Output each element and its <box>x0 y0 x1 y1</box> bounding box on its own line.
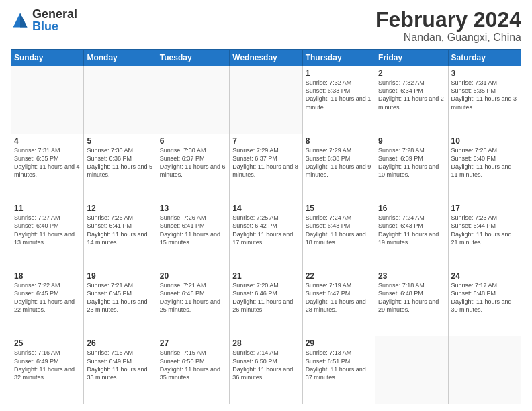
calendar-cell <box>157 66 229 134</box>
calendar-week-row: 4Sunrise: 7:31 AMSunset: 6:35 PMDaylight… <box>11 134 521 201</box>
calendar-cell: 9Sunrise: 7:28 AMSunset: 6:39 PMDaylight… <box>375 134 448 201</box>
page: General Blue February 2024 Nandan, Guang… <box>0 0 532 411</box>
calendar-cell: 28Sunrise: 7:14 AMSunset: 6:50 PMDayligh… <box>230 336 302 404</box>
day-number: 7 <box>232 136 299 146</box>
calendar-week-row: 11Sunrise: 7:27 AMSunset: 6:40 PMDayligh… <box>11 201 521 269</box>
calendar-cell <box>375 336 448 404</box>
day-info: Sunrise: 7:31 AMSunset: 6:35 PMDaylight:… <box>451 79 518 111</box>
calendar-cell: 20Sunrise: 7:21 AMSunset: 6:46 PMDayligh… <box>157 269 229 336</box>
day-info: Sunrise: 7:17 AMSunset: 6:48 PMDaylight:… <box>451 281 518 314</box>
logo-icon <box>11 11 30 30</box>
calendar-header-row: Sunday Monday Tuesday Wednesday Thursday… <box>11 50 521 66</box>
calendar-week-row: 25Sunrise: 7:16 AMSunset: 6:49 PMDayligh… <box>11 336 521 404</box>
day-number: 29 <box>306 338 372 348</box>
col-wednesday: Wednesday <box>230 50 302 66</box>
day-info: Sunrise: 7:16 AMSunset: 6:49 PMDaylight:… <box>87 349 153 381</box>
col-tuesday: Tuesday <box>157 50 229 66</box>
day-number: 8 <box>306 136 372 146</box>
day-info: Sunrise: 7:15 AMSunset: 6:50 PMDaylight:… <box>160 349 226 381</box>
day-number: 19 <box>87 271 153 281</box>
day-info: Sunrise: 7:21 AMSunset: 6:45 PMDaylight:… <box>87 281 153 314</box>
logo: General Blue <box>11 8 77 32</box>
day-number: 2 <box>378 68 445 78</box>
calendar-week-row: 18Sunrise: 7:22 AMSunset: 6:45 PMDayligh… <box>11 269 521 336</box>
logo-text: General Blue <box>32 8 77 32</box>
day-number: 3 <box>451 68 518 78</box>
calendar-cell: 4Sunrise: 7:31 AMSunset: 6:35 PMDaylight… <box>11 134 84 201</box>
day-info: Sunrise: 7:29 AMSunset: 6:38 PMDaylight:… <box>306 146 372 179</box>
day-info: Sunrise: 7:30 AMSunset: 6:36 PMDaylight:… <box>87 146 153 179</box>
day-info: Sunrise: 7:26 AMSunset: 6:41 PMDaylight:… <box>87 214 153 246</box>
day-number: 5 <box>87 136 153 146</box>
day-number: 4 <box>14 136 81 146</box>
calendar-week-row: 1Sunrise: 7:32 AMSunset: 6:33 PMDaylight… <box>11 66 521 134</box>
day-info: Sunrise: 7:30 AMSunset: 6:37 PMDaylight:… <box>160 146 226 179</box>
day-info: Sunrise: 7:28 AMSunset: 6:40 PMDaylight:… <box>451 146 518 179</box>
calendar-cell: 10Sunrise: 7:28 AMSunset: 6:40 PMDayligh… <box>448 134 521 201</box>
calendar-cell <box>230 66 302 134</box>
calendar-cell: 7Sunrise: 7:29 AMSunset: 6:37 PMDaylight… <box>230 134 302 201</box>
col-friday: Friday <box>375 50 448 66</box>
day-number: 28 <box>232 338 299 348</box>
day-info: Sunrise: 7:32 AMSunset: 6:34 PMDaylight:… <box>378 79 445 111</box>
day-number: 15 <box>306 203 372 213</box>
svg-marker-1 <box>20 13 28 28</box>
calendar-cell <box>84 66 157 134</box>
calendar-cell: 17Sunrise: 7:23 AMSunset: 6:44 PMDayligh… <box>448 201 521 269</box>
calendar-cell <box>11 66 84 134</box>
day-number: 6 <box>160 136 226 146</box>
logo-blue-text: Blue <box>32 20 77 32</box>
calendar-cell: 15Sunrise: 7:24 AMSunset: 6:43 PMDayligh… <box>302 201 375 269</box>
logo-general-text: General <box>32 8 77 20</box>
day-number: 26 <box>87 338 153 348</box>
day-info: Sunrise: 7:26 AMSunset: 6:41 PMDaylight:… <box>160 214 226 246</box>
calendar-cell: 16Sunrise: 7:24 AMSunset: 6:43 PMDayligh… <box>375 201 448 269</box>
calendar-cell: 29Sunrise: 7:13 AMSunset: 6:51 PMDayligh… <box>302 336 375 404</box>
header: General Blue February 2024 Nandan, Guang… <box>11 8 521 44</box>
calendar-cell: 5Sunrise: 7:30 AMSunset: 6:36 PMDaylight… <box>84 134 157 201</box>
day-number: 13 <box>160 203 226 213</box>
location-title: Nandan, Guangxi, China <box>375 32 521 44</box>
day-number: 23 <box>378 271 445 281</box>
day-number: 20 <box>160 271 226 281</box>
day-info: Sunrise: 7:22 AMSunset: 6:45 PMDaylight:… <box>14 281 81 314</box>
day-number: 9 <box>378 136 445 146</box>
day-number: 11 <box>14 203 81 213</box>
calendar-cell: 19Sunrise: 7:21 AMSunset: 6:45 PMDayligh… <box>84 269 157 336</box>
calendar-cell: 23Sunrise: 7:18 AMSunset: 6:48 PMDayligh… <box>375 269 448 336</box>
calendar-cell: 18Sunrise: 7:22 AMSunset: 6:45 PMDayligh… <box>11 269 84 336</box>
day-number: 17 <box>451 203 518 213</box>
day-number: 16 <box>378 203 445 213</box>
day-info: Sunrise: 7:18 AMSunset: 6:48 PMDaylight:… <box>378 281 445 314</box>
title-block: February 2024 Nandan, Guangxi, China <box>375 8 521 44</box>
day-info: Sunrise: 7:29 AMSunset: 6:37 PMDaylight:… <box>232 146 299 179</box>
day-number: 25 <box>14 338 81 348</box>
calendar-cell: 11Sunrise: 7:27 AMSunset: 6:40 PMDayligh… <box>11 201 84 269</box>
day-info: Sunrise: 7:21 AMSunset: 6:46 PMDaylight:… <box>160 281 226 314</box>
day-info: Sunrise: 7:31 AMSunset: 6:35 PMDaylight:… <box>14 146 81 179</box>
day-number: 21 <box>232 271 299 281</box>
day-number: 10 <box>451 136 518 146</box>
calendar-cell: 1Sunrise: 7:32 AMSunset: 6:33 PMDaylight… <box>302 66 375 134</box>
col-saturday: Saturday <box>448 50 521 66</box>
calendar-cell: 22Sunrise: 7:19 AMSunset: 6:47 PMDayligh… <box>302 269 375 336</box>
day-number: 27 <box>160 338 226 348</box>
day-number: 18 <box>14 271 81 281</box>
day-number: 14 <box>232 203 299 213</box>
calendar-cell: 13Sunrise: 7:26 AMSunset: 6:41 PMDayligh… <box>157 201 229 269</box>
day-info: Sunrise: 7:32 AMSunset: 6:33 PMDaylight:… <box>306 79 372 111</box>
calendar-table: Sunday Monday Tuesday Wednesday Thursday… <box>11 49 521 404</box>
day-info: Sunrise: 7:23 AMSunset: 6:44 PMDaylight:… <box>451 214 518 246</box>
calendar-cell: 2Sunrise: 7:32 AMSunset: 6:34 PMDaylight… <box>375 66 448 134</box>
day-number: 12 <box>87 203 153 213</box>
calendar-cell <box>448 336 521 404</box>
day-info: Sunrise: 7:19 AMSunset: 6:47 PMDaylight:… <box>306 281 372 314</box>
col-monday: Monday <box>84 50 157 66</box>
calendar-cell: 24Sunrise: 7:17 AMSunset: 6:48 PMDayligh… <box>448 269 521 336</box>
calendar-cell: 21Sunrise: 7:20 AMSunset: 6:46 PMDayligh… <box>230 269 302 336</box>
month-title: February 2024 <box>375 8 521 32</box>
calendar-cell: 8Sunrise: 7:29 AMSunset: 6:38 PMDaylight… <box>302 134 375 201</box>
calendar-cell: 6Sunrise: 7:30 AMSunset: 6:37 PMDaylight… <box>157 134 229 201</box>
day-number: 24 <box>451 271 518 281</box>
calendar-cell: 3Sunrise: 7:31 AMSunset: 6:35 PMDaylight… <box>448 66 521 134</box>
